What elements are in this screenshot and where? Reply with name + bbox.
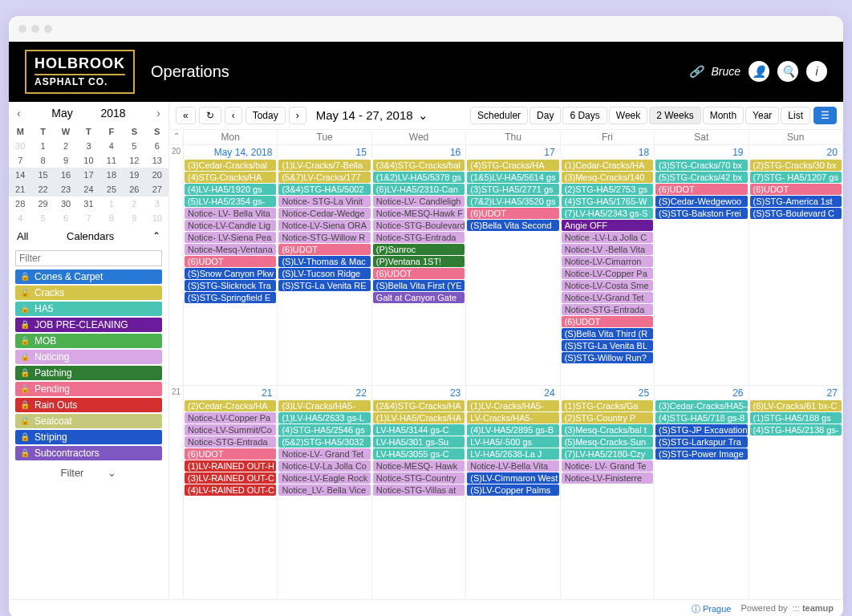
event-item[interactable]: Notice-LV-La Jolla Co — [278, 460, 370, 472]
event-item[interactable]: Notice-LV-Eagle Rock — [278, 472, 370, 484]
event-item[interactable]: (1)LV-RAINED OUT-H — [185, 460, 276, 472]
mini-calendar[interactable]: MTWTFSS301234567891011121314151617181920… — [9, 124, 168, 225]
mini-cal-day[interactable]: 14 — [9, 168, 31, 182]
event-item[interactable]: (S)STG-Larkspur Tra — [655, 436, 747, 448]
event-item[interactable]: (4)STG-Cracks/HA — [185, 172, 276, 183]
event-item[interactable]: Notice-LV-Bella Vita — [467, 460, 558, 472]
event-item[interactable]: Notice- LV- Grand Te — [562, 460, 653, 472]
mini-cal-day[interactable]: 3 — [146, 197, 168, 211]
view-button-year[interactable]: Year — [745, 107, 779, 124]
mini-cal-day[interactable]: 6 — [146, 139, 168, 153]
event-item[interactable]: (6)UDOT — [185, 256, 276, 267]
day-date[interactable]: 23 — [372, 386, 465, 400]
day-cell[interactable]: 21(2)Cedar-Cracks/HANotice-LV-Copper PaN… — [184, 386, 278, 599]
view-button-week[interactable]: Week — [609, 107, 647, 124]
event-item[interactable]: Notice- STG-La Vinit — [278, 196, 370, 207]
day-cell[interactable]: May 14, 2018(3)Cedar-Cracks/bal(4)STG-Cr… — [184, 145, 278, 385]
calendar-item[interactable]: 🔒Noticing — [15, 350, 162, 364]
event-item[interactable]: Notice-LV-Siena ORA — [278, 220, 370, 231]
mini-cal-day[interactable]: 6 — [55, 211, 77, 225]
event-item[interactable]: (6)UDOT — [467, 208, 558, 219]
event-item[interactable]: Notice -LV-La Jolla C — [562, 232, 653, 243]
timezone-link[interactable]: ⓘ Prague — [692, 604, 732, 614]
event-item[interactable]: (S)Bella Vita Second — [467, 220, 558, 231]
calendar-item[interactable]: 🔒Rain Outs — [15, 398, 162, 412]
event-item[interactable]: (6)UDOT — [562, 316, 653, 327]
event-item[interactable]: Notice-LV -Bella Vita — [562, 244, 653, 255]
event-item[interactable]: (4)STG-HA5/1765-W — [562, 196, 653, 207]
calendar-item[interactable]: 🔒Striping — [15, 430, 162, 444]
event-item[interactable]: (3)Mesq-Cracks/140 — [562, 172, 653, 183]
mini-cal-day[interactable]: 20 — [146, 168, 168, 182]
day-date[interactable]: 15 — [278, 145, 371, 160]
event-item[interactable]: (1)LV-HA5/2633 gs-L — [278, 412, 370, 424]
day-cell[interactable]: 15(1)LV-Cracks/7-Bella(5&7)LV-Cracks/177… — [278, 145, 371, 385]
mini-cal-day[interactable]: 27 — [146, 182, 168, 197]
event-item[interactable]: (P)Sunroc — [373, 244, 465, 255]
event-item[interactable]: (5)Mesq-Cracks-Sun — [562, 436, 653, 448]
event-item[interactable]: (P)Ventana 1ST! — [373, 256, 465, 267]
view-button-6days[interactable]: 6 Days — [562, 107, 607, 124]
day-cell[interactable]: 26(3)Cedar-Cracks/HA5--(4)STG-HA5/718 gs… — [655, 386, 749, 599]
day-date[interactable]: 26 — [655, 386, 748, 400]
event-item[interactable]: (4)LV-HA5/1920 gs — [185, 184, 276, 195]
day-date[interactable]: May 14, 2018 — [184, 145, 277, 160]
event-item[interactable]: (4)STG-HA5/718 gs-8 — [655, 412, 747, 424]
refresh-button[interactable]: ↻ — [199, 107, 221, 124]
event-item[interactable]: (3)STG-HA5/2771 gs — [467, 184, 558, 195]
day-date[interactable]: 16 — [372, 145, 465, 160]
event-item[interactable]: Notice-STG-Entrada — [185, 436, 276, 448]
day-date[interactable]: 20 — [749, 145, 842, 160]
event-item[interactable]: Notice-STG-Willow R — [278, 232, 370, 243]
mini-cal-day[interactable]: 4 — [9, 211, 31, 225]
user-name[interactable]: Bruce — [711, 65, 740, 78]
event-item[interactable]: (2)STG-HA5/2753 gs — [562, 184, 653, 195]
event-item[interactable]: (7)LV-HA5/2343 gs-S — [562, 208, 653, 219]
event-item[interactable]: (6)UDOT — [750, 184, 842, 195]
event-item[interactable]: (3&4)STG-Cracks/bal — [373, 160, 465, 171]
event-item[interactable]: (5&7)LV-Cracks/177 — [278, 172, 370, 183]
event-item[interactable]: LV-HA5/3144 gs-C — [373, 424, 465, 436]
event-item[interactable]: (7)STG- HA5/1207 gs — [750, 172, 842, 183]
event-item[interactable]: (6)UDOT — [278, 244, 370, 255]
event-item[interactable]: (3)Cedar-Cracks/HA5-- — [655, 400, 747, 411]
event-item[interactable]: Notice-Mesq-Ventana — [185, 244, 276, 255]
mini-cal-day[interactable]: 12 — [123, 153, 145, 168]
mini-cal-day[interactable]: 24 — [77, 182, 99, 197]
event-item[interactable]: (S)STG-JP Excavation — [655, 424, 747, 436]
event-item[interactable]: (S)STG-Bakston Frei — [655, 208, 747, 219]
event-item[interactable]: Notice-STG-Entrada — [373, 232, 465, 243]
calendar-item[interactable]: 🔒Cracks — [15, 286, 162, 300]
view-button-day[interactable]: Day — [529, 107, 561, 124]
mini-cal-day[interactable]: 15 — [31, 168, 54, 182]
day-date[interactable]: 21 — [184, 386, 277, 400]
event-item[interactable]: (4)STG-Cracks/HA — [467, 160, 558, 171]
mini-cal-day[interactable]: 2 — [123, 197, 145, 211]
day-date[interactable]: 22 — [278, 386, 371, 400]
day-cell[interactable]: 16(3&4)STG-Cracks/bal(1&2)LV-HA5/5378 gs… — [372, 145, 466, 385]
calendar-item[interactable]: 🔒Cones & Carpet — [15, 270, 162, 284]
event-item[interactable]: (1)STG-HA5/188 gs — [750, 412, 842, 424]
event-item[interactable]: Notice- LV-Siena Pea — [185, 232, 276, 243]
event-item[interactable]: Notice-LV-Finisterre — [562, 472, 653, 484]
event-item[interactable]: (S)STG-La Venita BL — [562, 340, 653, 351]
event-item[interactable]: (2&4)STG-Cracks/HA — [373, 400, 465, 411]
calendar-item[interactable]: 🔒HA5 — [15, 302, 162, 316]
mini-cal-day[interactable]: 31 — [77, 197, 99, 211]
event-item[interactable]: (S)Bella Vita First (YE — [373, 280, 465, 291]
mini-cal-day[interactable]: 5 — [123, 139, 145, 153]
event-item[interactable]: Notice-MESQ- Hawk — [373, 460, 465, 472]
event-item[interactable]: Notice_LV- Bella Vice — [278, 484, 370, 496]
day-cell[interactable]: 25(1)STG-Cracks/Ga(2)STG-Country P(3)Mes… — [561, 386, 655, 599]
calendar-item[interactable]: 🔒MOB — [15, 334, 162, 348]
event-item[interactable]: (6)LV-Cracks/61 bx-C — [750, 400, 842, 411]
day-date[interactable]: 24 — [466, 386, 559, 400]
event-item[interactable]: (1)Cedar-Cracks/HA — [562, 160, 653, 171]
view-button-scheduler[interactable]: Scheduler — [470, 107, 528, 124]
mini-cal-day[interactable]: 9 — [123, 211, 145, 225]
mini-cal-day[interactable]: 17 — [77, 168, 99, 182]
event-item[interactable]: (S)STG-La Venita RE — [278, 280, 370, 291]
event-item[interactable]: (4)STG-HA5/2138 gs- — [750, 424, 842, 436]
day-cell[interactable]: 27(6)LV-Cracks/61 bx-C(1)STG-HA5/188 gs(… — [749, 386, 843, 599]
event-item[interactable]: (7)LV-HA5/2180-Czy — [562, 448, 653, 460]
